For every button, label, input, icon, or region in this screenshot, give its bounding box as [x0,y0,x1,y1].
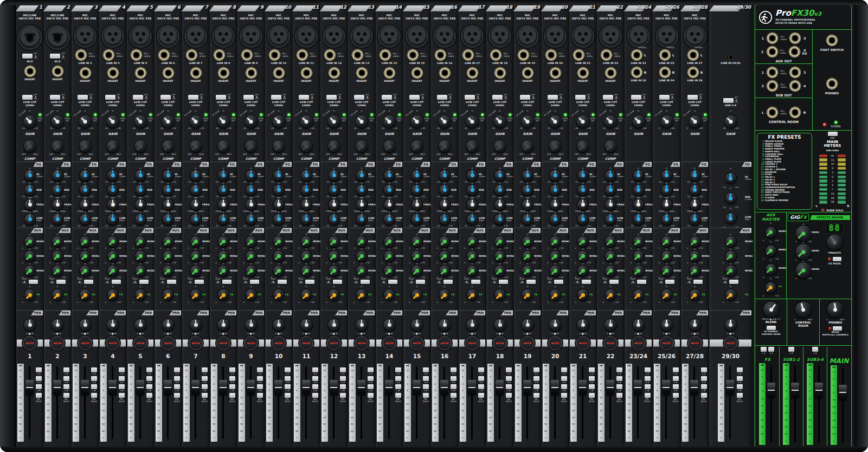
channel-fader[interactable] [191,364,200,442]
eq-hi-knob[interactable] [439,170,450,181]
channel-fader[interactable] [136,364,145,442]
fx-send-knob[interactable] [467,289,478,300]
pfl-solo-button[interactable] [737,393,743,398]
gigfx-mon1-knob[interactable] [796,225,812,241]
mon2-knob[interactable] [384,251,395,262]
mon3-knob[interactable] [605,266,616,276]
low-cut-switch[interactable] [133,95,143,100]
eq-freq-knob[interactable] [135,199,146,210]
eq-low-knob[interactable] [52,214,63,225]
break-switch[interactable] [833,326,842,331]
eq-freq-knob[interactable] [605,199,616,210]
fx-send-knob[interactable] [494,289,505,300]
eq-mid-knob[interactable] [494,185,505,196]
low-cut-switch[interactable] [687,95,698,100]
assign-3-4-button[interactable] [119,376,125,381]
fader-cap[interactable] [468,380,476,395]
gain-knob[interactable] [577,115,589,128]
fader-cap[interactable] [330,380,338,395]
mute-button[interactable]: MUTE [162,337,174,349]
pre-post-switch[interactable] [195,280,204,284]
eq-mid-knob[interactable] [384,185,395,196]
fx-send-knob[interactable] [412,289,422,300]
low-cut-switch[interactable] [465,95,475,100]
eq-mid-knob[interactable] [467,185,478,196]
mon1-knob[interactable] [633,236,644,247]
assign-lr-button[interactable] [91,384,97,389]
mute-button[interactable]: MUTE [107,337,119,349]
assign-1-2-button[interactable] [533,367,539,372]
mon2-knob[interactable] [439,251,450,262]
low-cut-switch[interactable] [22,95,33,100]
mon2-knob[interactable] [24,251,35,262]
pfl-solo-button[interactable] [202,393,208,398]
assign-1-2-button[interactable] [645,367,651,372]
mon3-knob[interactable] [412,266,422,276]
pan-knob[interactable] [79,319,91,331]
comp-knob[interactable] [328,140,340,152]
pfl-solo-button[interactable] [146,393,152,398]
assign-lr-button[interactable] [395,384,401,389]
low-cut-switch[interactable] [50,95,60,100]
mon1-knob[interactable] [135,236,146,247]
assign-1-2-button[interactable] [229,367,235,372]
pre-post-switch[interactable] [499,280,508,284]
eq-hi-knob[interactable] [52,170,63,181]
eq-hi-knob[interactable] [550,170,561,181]
comp-knob[interactable] [411,140,423,152]
comp-knob[interactable] [577,140,589,152]
mon3-knob[interactable] [577,266,588,276]
assign-3-4-button[interactable] [589,376,595,381]
channel-fader[interactable] [274,364,283,442]
eq-mid-knob[interactable] [80,185,91,196]
assign-lr-button[interactable] [423,384,429,389]
aux-master-mon2-knob[interactable] [766,246,776,256]
mon3-knob[interactable] [329,266,339,276]
low-cut-switch[interactable] [409,95,420,100]
eq-mid-knob[interactable] [163,185,173,196]
mon3-knob[interactable] [80,266,91,276]
assign-1-2-button[interactable] [701,367,707,372]
pan-knob[interactable] [245,319,257,331]
channel-fader[interactable] [661,364,671,442]
assign-1-2-button[interactable] [506,367,512,372]
pfl-solo-button[interactable] [285,393,291,398]
comp-knob[interactable] [190,140,202,152]
aux-master-mon3-knob[interactable] [766,264,776,275]
pan-knob[interactable] [162,319,174,331]
eq-freq-knob[interactable] [412,199,422,210]
assign-1-2-button[interactable] [368,367,374,372]
mute-button[interactable]: MUTE [79,337,91,349]
mon2-knob[interactable] [467,251,478,262]
mute-button[interactable]: MUTE [411,337,423,349]
channel-fader[interactable] [384,364,394,442]
fx-send-knob[interactable] [218,289,229,300]
mon3-knob[interactable] [52,266,63,276]
eq-low-knob[interactable] [135,214,146,225]
eq-freq-knob[interactable] [163,199,173,210]
pan-knob[interactable] [356,319,368,331]
comp-knob[interactable] [52,140,63,152]
pre-post-switch[interactable] [112,280,121,284]
fx-send-knob[interactable] [356,289,367,300]
assign-lr-button[interactable] [257,384,263,389]
mon2-knob[interactable] [577,251,588,262]
fx-send-knob[interactable] [107,289,118,300]
pan-knob[interactable] [689,319,701,331]
assign-3-4-button[interactable] [561,376,567,381]
fx-send-knob[interactable] [80,289,91,300]
eq-hi-knob[interactable] [725,173,736,184]
pfl-solo-button[interactable] [423,393,429,398]
eq-hi-knob[interactable] [467,170,478,181]
gain-knob[interactable] [549,115,562,128]
fader-cap[interactable] [690,380,698,395]
eq-hi-knob[interactable] [661,170,672,181]
assign-3-4-button[interactable] [737,376,743,381]
fader-cap[interactable] [164,380,172,395]
mute-button[interactable]: MUTE [605,337,616,349]
comp-knob[interactable] [605,140,616,152]
gain-knob[interactable] [300,115,313,128]
eq-freq-knob[interactable] [52,199,63,210]
fader-cap[interactable] [440,380,448,395]
blend-knob[interactable] [763,302,779,318]
